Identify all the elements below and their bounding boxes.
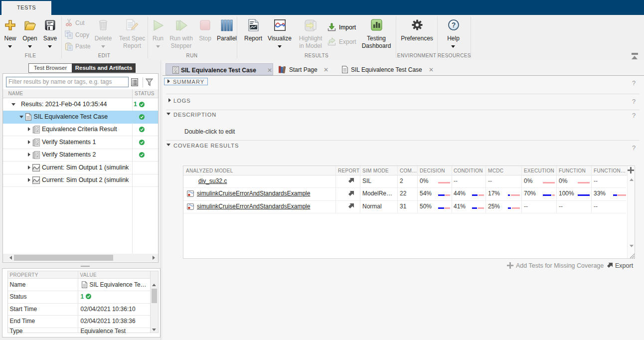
svg-text:?: ? xyxy=(452,21,456,29)
